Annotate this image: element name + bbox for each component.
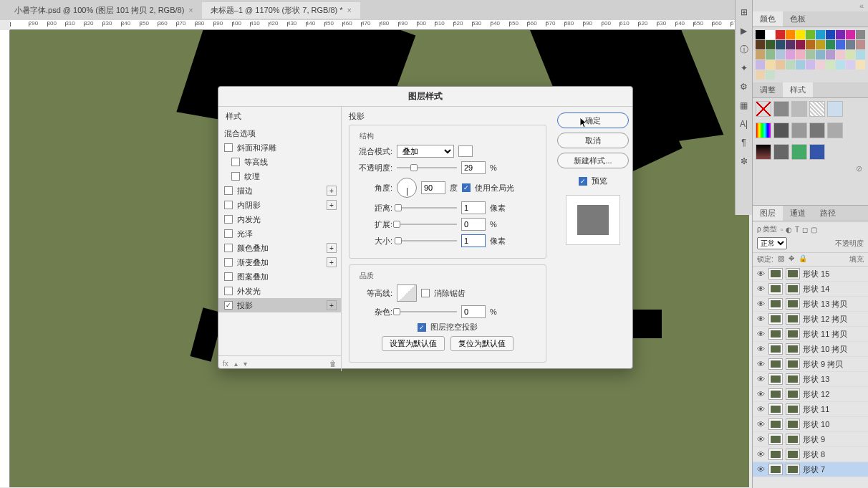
style-preset-icon[interactable]: [791, 144, 807, 160]
color-swatch[interactable]: [826, 40, 835, 49]
style-inner-shadow[interactable]: 内阴影+: [218, 198, 341, 212]
layer-thumb[interactable]: [768, 358, 783, 370]
opacity-input[interactable]: [461, 161, 486, 174]
style-color-overlay[interactable]: 颜色叠加+: [218, 241, 341, 255]
color-swatch[interactable]: [766, 70, 775, 80]
tab-swatches[interactable]: 色板: [783, 11, 813, 27]
tab-paths[interactable]: 路径: [813, 206, 843, 221]
visibility-icon[interactable]: 👁: [756, 375, 766, 383]
style-drop-shadow[interactable]: 投影+: [218, 298, 341, 312]
style-bevel[interactable]: 斜面和浮雕: [218, 140, 341, 155]
blend-options-row[interactable]: 混合选项: [218, 126, 341, 140]
layer-thumb[interactable]: [768, 298, 783, 310]
contour-picker[interactable]: [397, 284, 417, 302]
noise-input[interactable]: [461, 305, 486, 318]
blend-mode-select[interactable]: 正常: [757, 237, 787, 249]
color-swatch[interactable]: [816, 60, 825, 70]
visibility-icon[interactable]: 👁: [756, 420, 766, 429]
style-texture[interactable]: 纹理: [218, 169, 341, 183]
knockout-checkbox[interactable]: [418, 323, 426, 332]
visibility-icon[interactable]: 👁: [756, 269, 766, 278]
style-contour[interactable]: 等高线: [218, 155, 341, 169]
style-preset-icon[interactable]: [809, 144, 825, 160]
layer-item[interactable]: 👁形状 8: [753, 447, 868, 462]
style-preset-icon[interactable]: [827, 123, 843, 138]
layer-thumb[interactable]: [768, 418, 783, 430]
mask-thumb[interactable]: [786, 434, 800, 445]
style-satin[interactable]: 光泽: [218, 226, 341, 241]
paragraph-icon[interactable]: ¶: [738, 136, 751, 149]
visibility-icon[interactable]: 👁: [756, 405, 766, 413]
arrow-down-icon[interactable]: ▾: [243, 360, 247, 368]
mask-thumb[interactable]: [786, 328, 800, 340]
color-swatch[interactable]: [806, 60, 815, 70]
color-swatch[interactable]: [776, 30, 785, 39]
color-swatch[interactable]: [836, 60, 845, 70]
color-swatch[interactable]: [856, 60, 865, 70]
distance-slider[interactable]: [397, 205, 457, 211]
color-swatch[interactable]: [796, 30, 805, 39]
visibility-icon[interactable]: 👁: [756, 360, 766, 368]
color-swatch[interactable]: [846, 30, 855, 39]
arrow-up-icon[interactable]: ▴: [234, 360, 238, 368]
reset-default-button[interactable]: 复位为默认值: [450, 336, 513, 351]
filter-smart-icon[interactable]: ▢: [811, 226, 817, 234]
glyphs-icon[interactable]: ✼: [738, 155, 751, 168]
tab-adjust[interactable]: 调整: [753, 82, 783, 97]
visibility-icon[interactable]: 👁: [756, 315, 766, 323]
layer-thumb[interactable]: [768, 268, 783, 279]
filter-shape-icon[interactable]: ◻: [802, 226, 808, 234]
color-swatch[interactable]: [786, 50, 795, 59]
plus-icon[interactable]: +: [327, 200, 337, 210]
plus-icon[interactable]: +: [327, 300, 337, 310]
mask-thumb[interactable]: [786, 313, 800, 325]
styles-icon[interactable]: ▦: [738, 99, 751, 112]
styles-header[interactable]: 样式: [218, 107, 341, 126]
color-swatch[interactable]: [816, 30, 825, 39]
color-swatch[interactable]: [836, 50, 845, 59]
style-preset-icon[interactable]: [773, 101, 789, 117]
layer-item[interactable]: 👁形状 11: [753, 402, 868, 417]
style-preset-icon[interactable]: [809, 101, 825, 117]
layer-item[interactable]: 👁形状 15: [753, 267, 868, 282]
visibility-icon[interactable]: 👁: [756, 284, 766, 293]
color-swatch[interactable]: [766, 60, 775, 70]
layer-thumb[interactable]: [768, 328, 783, 340]
layer-thumb[interactable]: [768, 283, 783, 295]
spread-input[interactable]: [461, 218, 486, 231]
color-swatch[interactable]: [856, 40, 865, 49]
color-swatch[interactable]: [826, 50, 835, 59]
color-swatch[interactable]: [776, 60, 785, 70]
layer-thumb[interactable]: [768, 434, 783, 445]
ruler-horizontal[interactable]: 2903003103203303403503603703803904004104…: [10, 20, 749, 30]
style-inner-glow[interactable]: 内发光: [218, 212, 341, 226]
close-icon[interactable]: ×: [188, 6, 193, 14]
layer-item[interactable]: 👁形状 7: [753, 462, 868, 477]
color-swatch[interactable]: [816, 50, 825, 59]
trash-icon[interactable]: 🗑: [329, 360, 337, 368]
color-swatch[interactable]: [846, 50, 855, 59]
size-slider[interactable]: [397, 238, 457, 244]
color-swatch[interactable]: [756, 40, 765, 49]
style-preset-icon[interactable]: [756, 144, 771, 160]
style-preset-icon[interactable]: [756, 123, 771, 138]
filter-type-icon[interactable]: ▫: [780, 226, 783, 234]
style-preset-icon[interactable]: [773, 123, 789, 138]
size-input[interactable]: [461, 234, 486, 247]
angle-dial[interactable]: [397, 178, 417, 198]
mask-thumb[interactable]: [786, 464, 800, 475]
color-swatch[interactable]: [806, 50, 815, 59]
mask-thumb[interactable]: [786, 283, 800, 295]
tab-color[interactable]: 颜色: [753, 11, 783, 27]
color-swatch[interactable]: [786, 60, 795, 70]
layer-thumb[interactable]: [768, 449, 783, 460]
shadow-color-swatch[interactable]: [458, 145, 473, 157]
color-swatch[interactable]: [826, 30, 835, 39]
tab-layers[interactable]: 图层: [753, 206, 783, 221]
layer-item[interactable]: 👁形状 14: [753, 282, 868, 297]
style-pattern-overlay[interactable]: 图案叠加: [218, 269, 341, 284]
global-light-checkbox[interactable]: [462, 183, 471, 192]
style-preset-icon[interactable]: [827, 101, 843, 117]
layer-thumb[interactable]: [768, 388, 783, 400]
character-icon[interactable]: A|: [738, 118, 751, 130]
